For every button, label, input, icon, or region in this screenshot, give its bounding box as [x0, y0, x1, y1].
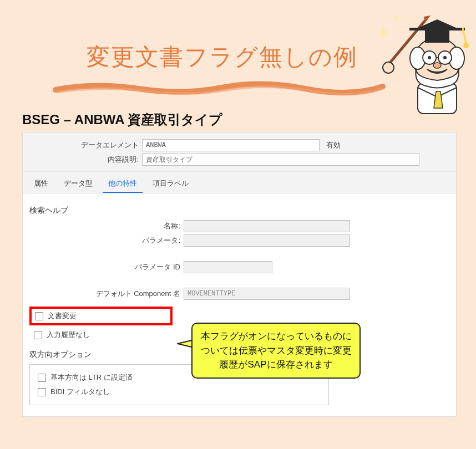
search-help-group-label: 検索ヘルプ	[29, 206, 449, 216]
avatar	[365, 0, 470, 116]
search-help-name-field[interactable]	[184, 220, 350, 232]
svg-point-19	[463, 43, 469, 48]
no-input-history-checkbox[interactable]	[34, 331, 42, 339]
svg-point-12	[428, 56, 431, 59]
svg-marker-1	[424, 16, 431, 22]
page-title: 変更文書フラグ無しの例	[55, 42, 388, 73]
svg-marker-17	[409, 28, 465, 30]
svg-point-2	[383, 62, 394, 73]
param-id-label: パラメータ ID	[29, 262, 184, 272]
status-label: 有効	[326, 140, 341, 150]
tab-other-properties[interactable]: 他の特性	[103, 175, 143, 193]
svg-rect-15	[425, 30, 449, 43]
bidi-no-filter-checkbox[interactable]	[38, 388, 46, 396]
tab-data-type[interactable]: データ型	[58, 175, 98, 193]
search-help-param-field[interactable]	[184, 234, 350, 247]
param-id-field[interactable]	[184, 261, 272, 273]
default-component-label: デフォルト Component 名	[29, 289, 184, 299]
panel-header: データエレメント 有効 内容説明:	[23, 132, 456, 172]
tab-attributes[interactable]: 属性	[28, 175, 54, 193]
doc-change-highlight: 文書変更	[29, 307, 173, 325]
data-element-field[interactable]	[142, 139, 320, 151]
title-underline	[50, 78, 394, 100]
tab-strip: 属性 データ型 他の特性 項目ラベル	[23, 172, 456, 193]
doc-change-label: 文書変更	[48, 311, 77, 321]
data-element-label: データエレメント	[23, 140, 142, 150]
search-help-param-label: パラメータ:	[29, 236, 184, 246]
svg-point-9	[433, 63, 441, 68]
panel-body: 検索ヘルプ 名称: パラメータ: パラメータ ID デフォルト Componen…	[23, 193, 456, 416]
callout-bubble: 本フラグがオンになっているものについては伝票やマスタ変更時に変更履歴がSAPに保…	[191, 323, 361, 379]
svg-point-13	[443, 56, 447, 59]
bidi-no-filter-label: BIDI フィルタなし	[50, 387, 110, 397]
description-field[interactable]	[142, 154, 419, 166]
bidi-ltr-checkbox[interactable]	[38, 374, 46, 382]
section-heading: BSEG – ANBWA 資産取引タイプ	[22, 111, 222, 129]
description-label: 内容説明:	[23, 155, 142, 165]
search-help-name-label: 名称:	[29, 221, 184, 231]
no-input-history-label: 入力履歴なし	[47, 330, 90, 340]
doc-change-checkbox[interactable]	[35, 312, 43, 320]
bidi-ltr-label: 基本方向は LTR に設定済	[50, 373, 133, 382]
tab-field-labels[interactable]: 項目ラベル	[147, 175, 194, 193]
default-component-field[interactable]	[184, 288, 350, 300]
